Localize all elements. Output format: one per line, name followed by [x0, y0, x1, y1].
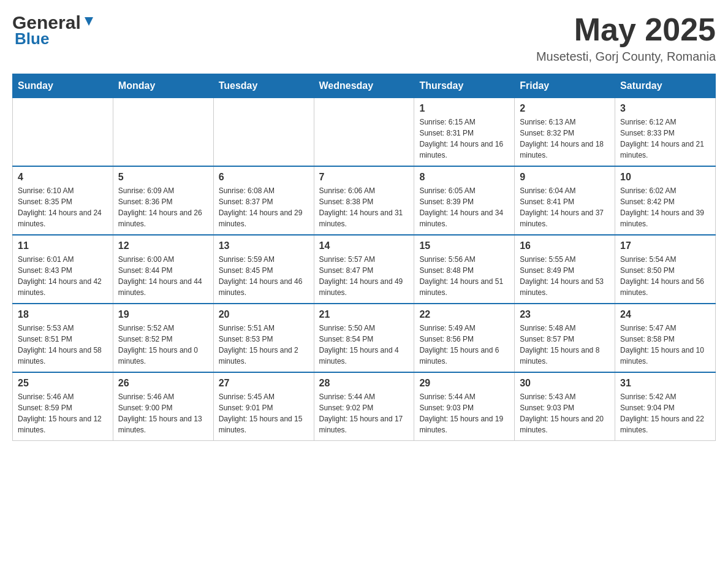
day-number: 20: [219, 309, 309, 320]
week-row-3: 11Sunrise: 6:01 AM Sunset: 8:43 PM Dayli…: [13, 235, 716, 304]
day-number: 11: [18, 240, 108, 251]
day-info: Sunrise: 5:44 AM Sunset: 9:02 PM Dayligh…: [319, 391, 409, 435]
logo: General Blue: [12, 12, 96, 48]
day-info: Sunrise: 5:54 AM Sunset: 8:50 PM Dayligh…: [620, 254, 710, 298]
weekday-header-sunday: Sunday: [13, 74, 113, 98]
day-number: 10: [620, 172, 710, 183]
day-info: Sunrise: 5:46 AM Sunset: 9:00 PM Dayligh…: [118, 391, 208, 435]
calendar-cell: 9Sunrise: 6:04 AM Sunset: 8:41 PM Daylig…: [515, 166, 615, 235]
day-info: Sunrise: 5:52 AM Sunset: 8:52 PM Dayligh…: [118, 323, 208, 367]
day-number: 25: [18, 378, 108, 389]
calendar-cell: 5Sunrise: 6:09 AM Sunset: 8:36 PM Daylig…: [113, 166, 213, 235]
day-info: Sunrise: 6:00 AM Sunset: 8:44 PM Dayligh…: [118, 254, 208, 298]
calendar-cell: 11Sunrise: 6:01 AM Sunset: 8:43 PM Dayli…: [13, 235, 113, 304]
day-number: 13: [219, 240, 309, 251]
calendar-cell: 13Sunrise: 5:59 AM Sunset: 8:45 PM Dayli…: [213, 235, 314, 304]
day-info: Sunrise: 5:47 AM Sunset: 8:58 PM Dayligh…: [620, 323, 710, 367]
calendar-cell: 19Sunrise: 5:52 AM Sunset: 8:52 PM Dayli…: [113, 304, 213, 372]
weekday-header-row: SundayMondayTuesdayWednesdayThursdayFrid…: [13, 74, 716, 98]
week-row-2: 4Sunrise: 6:10 AM Sunset: 8:35 PM Daylig…: [13, 166, 716, 235]
weekday-header-saturday: Saturday: [615, 74, 716, 98]
weekday-header-wednesday: Wednesday: [314, 74, 414, 98]
day-number: 23: [520, 309, 610, 320]
day-info: Sunrise: 5:44 AM Sunset: 9:03 PM Dayligh…: [419, 391, 509, 435]
day-number: 1: [419, 103, 509, 114]
day-info: Sunrise: 6:05 AM Sunset: 8:39 PM Dayligh…: [419, 185, 509, 229]
day-info: Sunrise: 5:50 AM Sunset: 8:54 PM Dayligh…: [319, 323, 409, 367]
day-info: Sunrise: 5:45 AM Sunset: 9:01 PM Dayligh…: [219, 391, 309, 435]
day-number: 27: [219, 378, 309, 389]
day-info: Sunrise: 5:57 AM Sunset: 8:47 PM Dayligh…: [319, 254, 409, 298]
day-number: 24: [620, 309, 710, 320]
weekday-header-friday: Friday: [515, 74, 615, 98]
title-block: May 2025 Musetesti, Gorj County, Romania: [536, 12, 716, 64]
day-number: 4: [18, 172, 108, 183]
calendar-cell: [213, 98, 314, 167]
day-info: Sunrise: 5:42 AM Sunset: 9:04 PM Dayligh…: [620, 391, 710, 435]
calendar-cell: [113, 98, 213, 167]
day-info: Sunrise: 6:06 AM Sunset: 8:38 PM Dayligh…: [319, 185, 409, 229]
day-number: 18: [18, 309, 108, 320]
day-number: 22: [419, 309, 509, 320]
day-info: Sunrise: 6:08 AM Sunset: 8:37 PM Dayligh…: [219, 185, 309, 229]
day-number: 9: [520, 172, 610, 183]
calendar-cell: 1Sunrise: 6:15 AM Sunset: 8:31 PM Daylig…: [414, 98, 515, 167]
calendar-cell: 23Sunrise: 5:48 AM Sunset: 8:57 PM Dayli…: [515, 304, 615, 372]
logo-blue: Blue: [15, 29, 49, 48]
day-info: Sunrise: 6:13 AM Sunset: 8:32 PM Dayligh…: [520, 117, 610, 161]
calendar-cell: 10Sunrise: 6:02 AM Sunset: 8:42 PM Dayli…: [615, 166, 716, 235]
calendar-cell: 22Sunrise: 5:49 AM Sunset: 8:56 PM Dayli…: [414, 304, 515, 372]
calendar-cell: 24Sunrise: 5:47 AM Sunset: 8:58 PM Dayli…: [615, 304, 716, 372]
day-info: Sunrise: 6:02 AM Sunset: 8:42 PM Dayligh…: [620, 185, 710, 229]
month-title: May 2025: [536, 12, 716, 47]
day-info: Sunrise: 5:46 AM Sunset: 8:59 PM Dayligh…: [18, 391, 108, 435]
weekday-header-monday: Monday: [113, 74, 213, 98]
day-info: Sunrise: 6:09 AM Sunset: 8:36 PM Dayligh…: [118, 185, 208, 229]
calendar-cell: [13, 98, 113, 167]
calendar-cell: 31Sunrise: 5:42 AM Sunset: 9:04 PM Dayli…: [615, 372, 716, 441]
day-number: 15: [419, 240, 509, 251]
day-info: Sunrise: 6:04 AM Sunset: 8:41 PM Dayligh…: [520, 185, 610, 229]
day-info: Sunrise: 6:12 AM Sunset: 8:33 PM Dayligh…: [620, 117, 710, 161]
day-number: 19: [118, 309, 208, 320]
logo-arrow-icon: [82, 15, 96, 28]
calendar-cell: 18Sunrise: 5:53 AM Sunset: 8:51 PM Dayli…: [13, 304, 113, 372]
calendar-cell: 14Sunrise: 5:57 AM Sunset: 8:47 PM Dayli…: [314, 235, 414, 304]
calendar-cell: 6Sunrise: 6:08 AM Sunset: 8:37 PM Daylig…: [213, 166, 314, 235]
calendar-cell: [314, 98, 414, 167]
calendar-cell: 17Sunrise: 5:54 AM Sunset: 8:50 PM Dayli…: [615, 235, 716, 304]
week-row-1: 1Sunrise: 6:15 AM Sunset: 8:31 PM Daylig…: [13, 98, 716, 167]
calendar-cell: 7Sunrise: 6:06 AM Sunset: 8:38 PM Daylig…: [314, 166, 414, 235]
day-number: 28: [319, 378, 409, 389]
calendar-cell: 8Sunrise: 6:05 AM Sunset: 8:39 PM Daylig…: [414, 166, 515, 235]
day-info: Sunrise: 5:51 AM Sunset: 8:53 PM Dayligh…: [219, 323, 309, 367]
calendar-cell: 20Sunrise: 5:51 AM Sunset: 8:53 PM Dayli…: [213, 304, 314, 372]
day-number: 12: [118, 240, 208, 251]
weekday-header-tuesday: Tuesday: [213, 74, 314, 98]
day-number: 29: [419, 378, 509, 389]
day-info: Sunrise: 5:53 AM Sunset: 8:51 PM Dayligh…: [18, 323, 108, 367]
week-row-4: 18Sunrise: 5:53 AM Sunset: 8:51 PM Dayli…: [13, 304, 716, 372]
day-info: Sunrise: 5:43 AM Sunset: 9:03 PM Dayligh…: [520, 391, 610, 435]
day-info: Sunrise: 5:49 AM Sunset: 8:56 PM Dayligh…: [419, 323, 509, 367]
day-number: 8: [419, 172, 509, 183]
day-info: Sunrise: 6:01 AM Sunset: 8:43 PM Dayligh…: [18, 254, 108, 298]
calendar-cell: 16Sunrise: 5:55 AM Sunset: 8:49 PM Dayli…: [515, 235, 615, 304]
day-number: 14: [319, 240, 409, 251]
day-number: 6: [219, 172, 309, 183]
calendar-cell: 30Sunrise: 5:43 AM Sunset: 9:03 PM Dayli…: [515, 372, 615, 441]
page-header: General Blue May 2025 Musetesti, Gorj Co…: [12, 12, 716, 64]
day-number: 17: [620, 240, 710, 251]
calendar-cell: 12Sunrise: 6:00 AM Sunset: 8:44 PM Dayli…: [113, 235, 213, 304]
weekday-header-thursday: Thursday: [414, 74, 515, 98]
day-number: 31: [620, 378, 710, 389]
calendar-cell: 15Sunrise: 5:56 AM Sunset: 8:48 PM Dayli…: [414, 235, 515, 304]
day-number: 30: [520, 378, 610, 389]
calendar-cell: 25Sunrise: 5:46 AM Sunset: 8:59 PM Dayli…: [13, 372, 113, 441]
calendar-cell: 26Sunrise: 5:46 AM Sunset: 9:00 PM Dayli…: [113, 372, 213, 441]
calendar-table: SundayMondayTuesdayWednesdayThursdayFrid…: [12, 74, 716, 441]
calendar-cell: 3Sunrise: 6:12 AM Sunset: 8:33 PM Daylig…: [615, 98, 716, 167]
day-info: Sunrise: 5:56 AM Sunset: 8:48 PM Dayligh…: [419, 254, 509, 298]
day-info: Sunrise: 6:15 AM Sunset: 8:31 PM Dayligh…: [419, 117, 509, 161]
day-number: 5: [118, 172, 208, 183]
